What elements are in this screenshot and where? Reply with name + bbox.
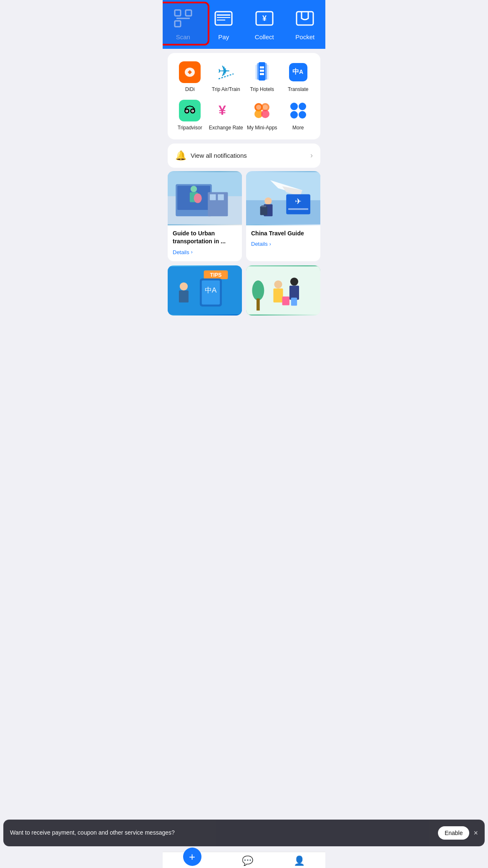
- svg-rect-21: [262, 73, 264, 75]
- svg-point-29: [186, 111, 187, 111]
- pay-button[interactable]: Pay: [204, 7, 244, 40]
- urban-transport-chevron-icon: ›: [191, 249, 193, 255]
- service-trip-hotels[interactable]: Trip Hotels: [244, 61, 280, 92]
- translate-icon: 中 A: [287, 61, 309, 83]
- svg-point-72: [274, 280, 282, 288]
- svg-text:TIPS: TIPS: [210, 272, 222, 278]
- pocket-label: Pocket: [295, 33, 314, 40]
- bell-icon: 🔔: [175, 150, 186, 161]
- more-label: More: [292, 125, 304, 131]
- tripadvisor-logo: [183, 103, 197, 118]
- scan-icon: [173, 8, 193, 28]
- scan-icon-box: [171, 7, 195, 30]
- svg-rect-20: [260, 73, 262, 75]
- svg-rect-1: [186, 10, 191, 16]
- tripadvisor-label: Tripadvisor: [178, 125, 202, 131]
- card-shopping[interactable]: [246, 265, 320, 315]
- svg-rect-71: [257, 298, 260, 310]
- svg-point-49: [191, 186, 197, 192]
- service-trip-air-train[interactable]: ✈ Trip Air/Train: [208, 61, 244, 92]
- svg-point-39: [299, 103, 306, 110]
- svg-point-41: [299, 111, 306, 119]
- services-grid: DiDi ✈ Trip Air/Train: [172, 61, 316, 131]
- svg-text:¥: ¥: [219, 103, 226, 118]
- urban-transport-title: Guide to Urban transportation in ...: [173, 230, 237, 246]
- china-travel-chevron-icon: ›: [269, 241, 271, 247]
- svg-text:A: A: [299, 68, 303, 75]
- service-translate[interactable]: 中 A Translate: [280, 61, 317, 92]
- cards-grid: Guide to Urban transportation in ... Det…: [168, 171, 320, 315]
- exchange-rate-label: Exchange Rate: [209, 125, 243, 131]
- svg-text:中A: 中A: [205, 286, 217, 294]
- pocket-button[interactable]: Pocket: [285, 7, 326, 40]
- services-section: DiDi ✈ Trip Air/Train: [168, 53, 320, 139]
- service-tripadvisor[interactable]: Tripadvisor: [172, 100, 208, 131]
- svg-rect-48: [218, 194, 224, 200]
- svg-rect-18: [260, 70, 262, 72]
- svg-rect-60: [288, 208, 308, 210]
- pocket-icon-box: [293, 7, 317, 30]
- tips-image: TIPS 中A: [168, 265, 242, 315]
- svg-rect-57: [262, 205, 267, 207]
- svg-text:✈: ✈: [218, 63, 230, 80]
- svg-text:中: 中: [292, 68, 299, 75]
- urban-transport-details[interactable]: Details ›: [173, 249, 237, 255]
- svg-rect-76: [282, 296, 289, 305]
- collect-label: Collect: [255, 33, 274, 40]
- notifications-section[interactable]: 🔔 View all notifications ›: [168, 144, 320, 168]
- china-travel-image: ✈: [246, 171, 320, 225]
- collect-icon-box: ¥: [253, 7, 276, 30]
- svg-point-37: [263, 105, 268, 110]
- svg-rect-77: [291, 298, 297, 305]
- service-my-mini-apps[interactable]: My Mini-Apps: [244, 100, 280, 131]
- notifications-chevron-icon: ›: [310, 151, 313, 160]
- didi-logo: [183, 65, 197, 79]
- svg-point-38: [290, 103, 298, 110]
- svg-point-51: [194, 193, 202, 203]
- china-travel-title: China Travel Guide: [251, 230, 315, 238]
- card-tips[interactable]: TIPS 中A: [168, 265, 242, 315]
- scan-button[interactable]: Scan: [163, 7, 204, 40]
- svg-point-74: [290, 278, 298, 285]
- svg-point-35: [261, 110, 269, 118]
- svg-rect-16: [260, 66, 262, 68]
- trip-hotels-label: Trip Hotels: [250, 86, 274, 92]
- card-china-travel[interactable]: ✈ China Travel Guide Details ›: [246, 171, 320, 261]
- svg-text:¥: ¥: [262, 14, 267, 23]
- pay-label: Pay: [218, 33, 229, 40]
- shopping-image: [246, 265, 320, 315]
- svg-rect-4: [215, 12, 232, 25]
- urban-transport-image: [168, 171, 242, 225]
- svg-rect-10: [297, 12, 313, 25]
- svg-rect-56: [260, 206, 267, 215]
- pay-icon-box: [212, 7, 235, 30]
- china-travel-details[interactable]: Details ›: [251, 241, 315, 247]
- pocket-icon: [295, 8, 315, 28]
- trip-hotels-icon: [251, 61, 273, 83]
- service-didi[interactable]: DiDi: [172, 61, 208, 92]
- didi-icon: [179, 61, 201, 83]
- svg-point-36: [256, 105, 261, 110]
- trip-air-train-icon: ✈: [215, 61, 237, 83]
- service-more[interactable]: More: [280, 100, 317, 131]
- svg-rect-73: [273, 288, 283, 303]
- svg-rect-17: [262, 66, 264, 68]
- pay-icon: [214, 8, 234, 28]
- svg-point-54: [264, 197, 272, 204]
- svg-rect-68: [179, 290, 189, 303]
- svg-rect-47: [210, 194, 216, 200]
- collect-button[interactable]: ¥ Collect: [244, 7, 285, 40]
- my-mini-apps-icon: [251, 100, 273, 121]
- translate-label: Translate: [288, 86, 309, 92]
- svg-text:✈: ✈: [295, 197, 302, 206]
- didi-label: DiDi: [185, 86, 195, 92]
- my-mini-apps-label: My Mini-Apps: [247, 125, 277, 131]
- card-urban-transport[interactable]: Guide to Urban transportation in ... Det…: [168, 171, 242, 261]
- svg-rect-75: [289, 285, 299, 300]
- header: Scan Pay ¥ Collect: [163, 0, 325, 49]
- svg-rect-0: [175, 10, 181, 16]
- more-icon: [287, 100, 309, 121]
- service-exchange-rate[interactable]: ¥ Exchange Rate: [208, 100, 244, 131]
- svg-point-30: [192, 111, 193, 111]
- notifications-label: View all notifications: [191, 152, 247, 159]
